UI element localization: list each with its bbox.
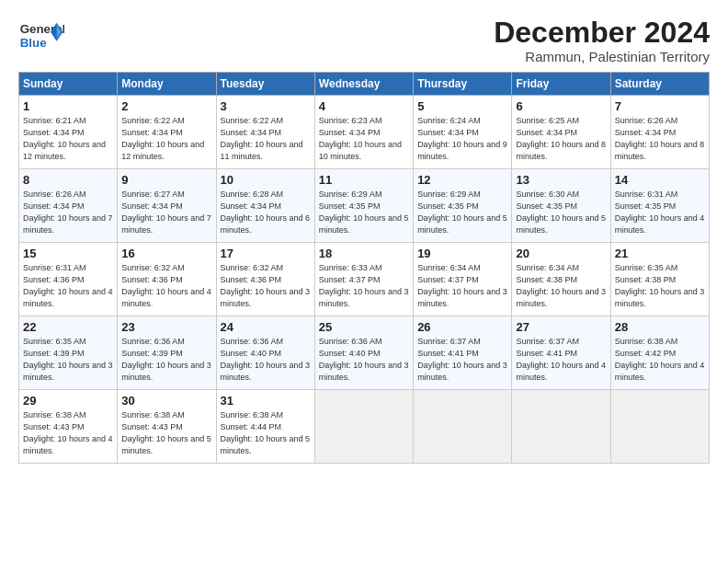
day-number: 5 (417, 99, 507, 113)
calendar-cell: 9 Sunrise: 6:27 AMSunset: 4:34 PMDayligh… (118, 169, 216, 243)
calendar-cell: 29 Sunrise: 6:38 AMSunset: 4:43 PMDaylig… (19, 390, 118, 464)
day-number: 6 (516, 99, 606, 113)
calendar-week-row: 8 Sunrise: 6:26 AMSunset: 4:34 PMDayligh… (19, 169, 710, 243)
day-info: Sunrise: 6:31 AMSunset: 4:35 PMDaylight:… (615, 190, 705, 235)
calendar-cell: 25 Sunrise: 6:36 AMSunset: 4:40 PMDaylig… (314, 316, 413, 390)
month-title: December 2024 (494, 17, 710, 49)
col-wednesday: Wednesday (314, 73, 413, 96)
calendar-cell: 26 Sunrise: 6:37 AMSunset: 4:41 PMDaylig… (414, 316, 512, 390)
day-number: 14 (615, 173, 705, 187)
day-number: 9 (121, 173, 211, 187)
day-info: Sunrise: 6:27 AMSunset: 4:34 PMDaylight:… (121, 190, 211, 235)
calendar-header-row: Sunday Monday Tuesday Wednesday Thursday… (19, 73, 710, 96)
calendar-cell: 5 Sunrise: 6:24 AMSunset: 4:34 PMDayligh… (414, 96, 512, 169)
calendar-cell: 21 Sunrise: 6:35 AMSunset: 4:38 PMDaylig… (610, 243, 709, 316)
day-info: Sunrise: 6:35 AMSunset: 4:39 PMDaylight:… (23, 337, 113, 382)
calendar-cell: 16 Sunrise: 6:32 AMSunset: 4:36 PMDaylig… (118, 243, 216, 316)
col-saturday: Saturday (610, 73, 709, 96)
col-friday: Friday (512, 73, 610, 96)
calendar-cell: 27 Sunrise: 6:37 AMSunset: 4:41 PMDaylig… (512, 316, 610, 390)
day-number: 28 (615, 320, 705, 334)
day-info: Sunrise: 6:36 AMSunset: 4:40 PMDaylight:… (319, 337, 409, 382)
day-number: 2 (121, 99, 211, 113)
calendar-body: 1 Sunrise: 6:21 AMSunset: 4:34 PMDayligh… (19, 96, 710, 464)
day-info: Sunrise: 6:30 AMSunset: 4:35 PMDaylight:… (516, 190, 606, 235)
page: General Blue December 2024 Rammun, Pales… (0, 0, 728, 473)
day-info: Sunrise: 6:23 AMSunset: 4:34 PMDaylight:… (319, 116, 402, 161)
day-info: Sunrise: 6:38 AMSunset: 4:44 PMDaylight:… (221, 410, 311, 455)
calendar-cell: 8 Sunrise: 6:26 AMSunset: 4:34 PMDayligh… (19, 169, 118, 243)
calendar-cell: 24 Sunrise: 6:36 AMSunset: 4:40 PMDaylig… (216, 316, 314, 390)
col-tuesday: Tuesday (216, 73, 314, 96)
svg-text:Blue: Blue (20, 36, 47, 50)
day-number: 11 (319, 173, 409, 187)
day-info: Sunrise: 6:36 AMSunset: 4:39 PMDaylight:… (121, 337, 211, 382)
day-number: 25 (319, 320, 409, 334)
col-sunday: Sunday (19, 73, 118, 96)
calendar-cell: 6 Sunrise: 6:25 AMSunset: 4:34 PMDayligh… (512, 96, 610, 169)
day-number: 13 (516, 173, 606, 187)
calendar-cell: 2 Sunrise: 6:22 AMSunset: 4:34 PMDayligh… (118, 96, 216, 169)
day-info: Sunrise: 6:33 AMSunset: 4:37 PMDaylight:… (319, 263, 409, 308)
day-number: 19 (417, 247, 507, 260)
calendar-cell: 4 Sunrise: 6:23 AMSunset: 4:34 PMDayligh… (314, 96, 413, 169)
day-number: 16 (121, 247, 211, 260)
day-info: Sunrise: 6:35 AMSunset: 4:38 PMDaylight:… (615, 263, 705, 308)
calendar-cell (610, 390, 709, 464)
day-number: 23 (121, 320, 211, 334)
day-number: 31 (221, 394, 311, 408)
day-info: Sunrise: 6:22 AMSunset: 4:34 PMDaylight:… (121, 116, 204, 161)
calendar-cell: 12 Sunrise: 6:29 AMSunset: 4:35 PMDaylig… (414, 169, 512, 243)
day-number: 26 (417, 320, 507, 334)
day-number: 20 (516, 247, 606, 260)
calendar-week-row: 29 Sunrise: 6:38 AMSunset: 4:43 PMDaylig… (19, 390, 710, 464)
title-block: December 2024 Rammun, Palestinian Territ… (494, 17, 710, 64)
calendar-cell: 19 Sunrise: 6:34 AMSunset: 4:37 PMDaylig… (414, 243, 512, 316)
day-number: 24 (221, 320, 311, 334)
day-info: Sunrise: 6:31 AMSunset: 4:36 PMDaylight:… (23, 263, 113, 308)
day-info: Sunrise: 6:21 AMSunset: 4:34 PMDaylight:… (23, 116, 106, 161)
calendar-week-row: 22 Sunrise: 6:35 AMSunset: 4:39 PMDaylig… (19, 316, 710, 390)
day-number: 18 (319, 247, 409, 260)
calendar-cell: 10 Sunrise: 6:28 AMSunset: 4:34 PMDaylig… (216, 169, 314, 243)
header: General Blue December 2024 Rammun, Pales… (18, 17, 710, 64)
day-number: 17 (221, 247, 311, 260)
day-info: Sunrise: 6:32 AMSunset: 4:36 PMDaylight:… (121, 263, 211, 308)
calendar-cell: 3 Sunrise: 6:22 AMSunset: 4:34 PMDayligh… (216, 96, 314, 169)
calendar-week-row: 1 Sunrise: 6:21 AMSunset: 4:34 PMDayligh… (19, 96, 710, 169)
day-info: Sunrise: 6:25 AMSunset: 4:34 PMDaylight:… (516, 116, 606, 161)
logo: General Blue (18, 17, 64, 53)
calendar-cell: 28 Sunrise: 6:38 AMSunset: 4:42 PMDaylig… (610, 316, 709, 390)
calendar-cell (314, 390, 413, 464)
day-number: 22 (23, 320, 113, 334)
calendar-cell: 7 Sunrise: 6:26 AMSunset: 4:34 PMDayligh… (610, 96, 709, 169)
calendar-cell: 1 Sunrise: 6:21 AMSunset: 4:34 PMDayligh… (19, 96, 118, 169)
day-number: 7 (615, 99, 705, 113)
calendar-table: Sunday Monday Tuesday Wednesday Thursday… (18, 72, 710, 464)
day-info: Sunrise: 6:34 AMSunset: 4:38 PMDaylight:… (516, 263, 606, 308)
day-info: Sunrise: 6:36 AMSunset: 4:40 PMDaylight:… (221, 337, 311, 382)
calendar-cell (512, 390, 610, 464)
day-number: 3 (221, 99, 311, 113)
day-info: Sunrise: 6:37 AMSunset: 4:41 PMDaylight:… (516, 337, 606, 382)
day-info: Sunrise: 6:37 AMSunset: 4:41 PMDaylight:… (417, 337, 507, 382)
calendar-cell: 30 Sunrise: 6:38 AMSunset: 4:43 PMDaylig… (118, 390, 216, 464)
day-number: 29 (23, 394, 113, 408)
col-monday: Monday (118, 73, 216, 96)
day-info: Sunrise: 6:26 AMSunset: 4:34 PMDaylight:… (615, 116, 705, 161)
day-number: 27 (516, 320, 606, 334)
calendar-cell (414, 390, 512, 464)
day-number: 15 (23, 247, 113, 260)
day-number: 21 (615, 247, 705, 260)
day-info: Sunrise: 6:28 AMSunset: 4:34 PMDaylight:… (221, 190, 311, 235)
day-number: 10 (221, 173, 311, 187)
location-subtitle: Rammun, Palestinian Territory (494, 49, 710, 64)
calendar-cell: 22 Sunrise: 6:35 AMSunset: 4:39 PMDaylig… (19, 316, 118, 390)
calendar-cell: 13 Sunrise: 6:30 AMSunset: 4:35 PMDaylig… (512, 169, 610, 243)
day-info: Sunrise: 6:26 AMSunset: 4:34 PMDaylight:… (23, 190, 113, 235)
day-info: Sunrise: 6:29 AMSunset: 4:35 PMDaylight:… (319, 190, 409, 235)
calendar-cell: 15 Sunrise: 6:31 AMSunset: 4:36 PMDaylig… (19, 243, 118, 316)
day-number: 12 (417, 173, 507, 187)
col-thursday: Thursday (414, 73, 512, 96)
calendar-cell: 31 Sunrise: 6:38 AMSunset: 4:44 PMDaylig… (216, 390, 314, 464)
